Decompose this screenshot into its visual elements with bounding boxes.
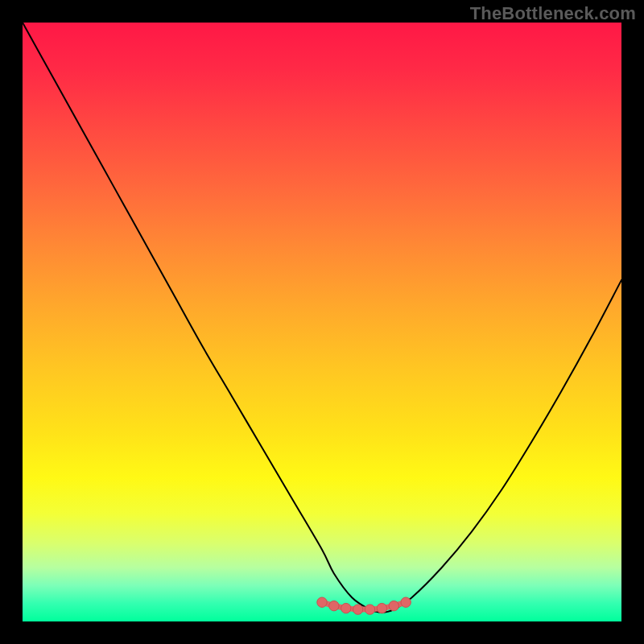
marker-dot: [365, 605, 374, 614]
plot-area: [23, 23, 621, 621]
chart-frame: TheBottleneck.com: [0, 0, 644, 644]
marker-dot: [389, 601, 398, 610]
marker-dot: [317, 597, 327, 607]
marker-dot: [377, 603, 386, 613]
marker-dot: [341, 603, 351, 613]
bottleneck-curve: [23, 23, 621, 613]
curve-svg: [23, 23, 621, 621]
marker-dot: [401, 597, 411, 607]
marker-dot: [329, 601, 339, 610]
marker-dot: [353, 605, 362, 614]
watermark-text: TheBottleneck.com: [470, 3, 636, 24]
